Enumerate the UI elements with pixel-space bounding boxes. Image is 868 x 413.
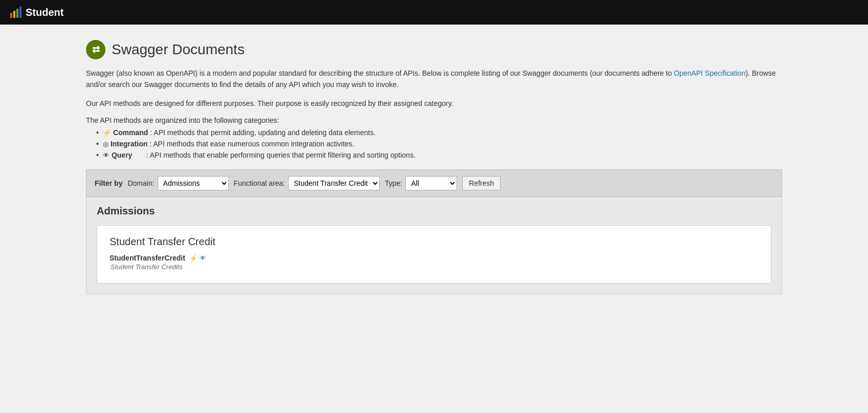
api-name-text: StudentTransferCredit [110,254,185,262]
query-desc: : API methods that enable performing que… [134,151,415,159]
domain-select[interactable]: Admissions Financial Aid Student Records… [158,176,229,190]
command-desc: : API methods that permit adding, updati… [150,128,376,137]
openapi-spec-link[interactable]: OpenAPI Specification [674,69,746,77]
type-select[interactable]: All Command Integration Query [405,176,457,190]
logo[interactable]: Student [10,7,63,18]
api-item: StudentTransferCredit ⚡ 👁 Student Transf… [110,254,758,271]
api-item-description: Student Transfer Credits [110,263,758,271]
domain-section: Admissions Student Transfer Credit Stude… [86,197,782,294]
categories-list: • ⚡ Command : API methods that permit ad… [86,128,782,159]
top-navigation: Student [0,0,868,25]
categories-section: The API methods are organized into the f… [86,116,782,159]
functional-area-filter-group: Functional area: Student Transfer Credit… [234,176,380,190]
logo-bars-icon [10,7,21,18]
list-item: • 👁 Query : API methods that enable perf… [96,151,782,159]
command-type-icon: ⚡ [189,254,198,262]
filter-by-label: Filter by [95,179,122,187]
refresh-button[interactable]: Refresh [462,176,501,190]
swagger-icon: ⇄ [86,40,105,59]
list-item: • ⚡ Command : API methods that permit ad… [96,128,782,137]
integration-icon: ◎ [103,140,108,148]
integration-desc: : API methods that ease numerous common … [149,140,354,148]
filter-bar: Filter by Domain: Admissions Financial A… [86,169,782,197]
page-title-row: ⇄ Swagger Documents [86,40,782,59]
logo-text: Student [26,7,63,18]
domain-filter-group: Domain: Admissions Financial Aid Student… [127,176,228,190]
domain-label: Domain: [127,179,154,187]
list-item: • ◎ Integration : API methods that ease … [96,140,782,148]
type-label: Type: [385,179,402,187]
page-title: Swagger Documents [112,41,245,58]
query-icon: 👁 [103,151,110,159]
categories-intro: The API methods are organized into the f… [86,116,782,124]
api-icons: ⚡ 👁 [189,254,206,262]
command-label: Command [113,128,148,137]
api-item-name-row[interactable]: StudentTransferCredit ⚡ 👁 [110,254,758,262]
query-type-icon: 👁 [200,254,206,262]
integration-label: Integration [111,140,147,148]
query-label: Query [112,151,132,159]
functional-area-card: Student Transfer Credit StudentTransferC… [97,225,771,284]
type-filter-group: Type: All Command Integration Query [385,176,457,190]
functional-area-label: Functional area: [234,179,285,187]
functional-area-select[interactable]: Student Transfer Credit Enrollment Appli… [288,176,380,190]
command-icon: ⚡ [103,129,111,137]
domain-title: Admissions [97,205,771,217]
description-paragraph-1: Swagger (also known as OpenAPI) is a mod… [86,68,782,91]
description-paragraph-2: Our API methods are designed for differe… [86,98,782,109]
functional-area-title: Student Transfer Credit [110,236,758,248]
main-content: ⇄ Swagger Documents Swagger (also known … [76,25,792,305]
